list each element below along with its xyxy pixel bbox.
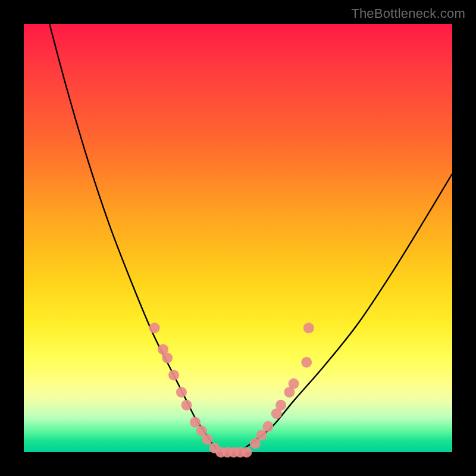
data-marker [176, 387, 187, 397]
data-marker [275, 400, 286, 411]
data-marker [202, 434, 212, 444]
data-marker [162, 353, 173, 364]
data-marker [181, 400, 192, 411]
curve-layer [24, 24, 452, 452]
data-marker [262, 421, 273, 432]
plot-area [24, 24, 452, 452]
marker-layer [149, 322, 314, 458]
data-marker [190, 417, 201, 428]
data-marker [289, 378, 299, 389]
data-marker [241, 447, 252, 458]
data-marker [250, 439, 261, 449]
data-marker [149, 322, 160, 333]
data-marker [303, 322, 314, 333]
data-marker [301, 357, 312, 368]
bottleneck-curve [49, 24, 452, 453]
data-marker [256, 430, 267, 440]
data-marker [168, 369, 179, 380]
chart-frame: TheBottleneck.com [0, 0, 476, 476]
watermark-text: TheBottleneck.com [351, 6, 465, 21]
